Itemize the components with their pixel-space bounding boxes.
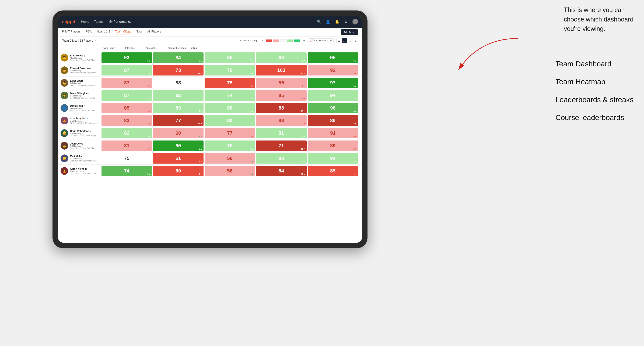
player-info: 👴Matt Miller6-10 HandicapWoburn Golf Clu… [58,155,102,162]
score-change: 6▲ [199,60,202,62]
score-change: 2▲ [250,148,254,150]
player-club: Woburn Golf Club, United Kingdom [70,160,98,162]
down-arrow-icon: ▼ [303,110,305,112]
view-grid-icon[interactable]: ☰ [336,38,341,43]
score-cell: 10315▲ [256,65,306,75]
table-row[interactable]: 👱Chris Robertson ✓1-5 HandicapCraigmilla… [58,127,362,140]
change-value: 4 [199,98,200,100]
table-row[interactable]: 🧔Dave Billingham1-5 HandicapGog Magog Go… [58,89,362,102]
table-row[interactable]: 👨Edward Crossman1-5 HandicapSunningdale … [58,64,362,77]
table-row[interactable]: 🧑Blair McHargPlus HandicapRoyal North De… [58,51,362,64]
score-value: 88 [176,80,181,86]
score-value: 81 [278,130,284,136]
change-value: 3 [250,110,252,112]
col-header-approach[interactable]: Approach ▾ [146,47,166,49]
sort-arrow-green: ▾ [186,47,187,49]
player-club: Sunningdale Golf Club, United Kingdom [70,72,98,74]
up-arrow-icon: ▲ [252,110,254,112]
view-chart-icon[interactable]: ☉ [348,38,352,43]
edit-icon[interactable]: ✎ [94,39,96,42]
table-row[interactable]: 👤David Ford ✓Plus HandicapRoyal North De… [58,102,362,114]
avatar: 🧒 [60,142,68,150]
score-change: 15▲ [301,72,305,74]
change-value: 3 [147,123,148,125]
change-value: 3 [250,85,252,87]
score-cell: 814▲ [256,128,306,138]
score-cell: 773▼ [204,128,255,138]
change-value: 3 [147,110,148,112]
score-value: 61 [176,156,181,161]
up-arrow-icon: ▲ [252,173,254,175]
add-team-button[interactable]: Add Team [341,29,358,35]
sub-nav-pgat[interactable]: PGAT Players [62,30,80,34]
change-value: 2 [302,161,303,163]
verified-icon: ✓ [86,117,88,120]
change-value: 3 [354,135,354,137]
view-download-icon[interactable]: ⇓ [353,38,358,43]
view-icons: ☰ ☷ ☉ ⇓ [336,38,358,43]
score-value: 92 [330,67,336,73]
dashboard-label-leaderboards: Leaderboards & streaks [556,92,634,108]
score-cells: 75613▼584▲882▼943▲ [102,153,358,164]
sub-nav-all-players[interactable]: All Players [147,30,161,34]
bell-icon[interactable]: 🔔 [334,19,340,24]
table-row[interactable]: 🙍Aaron Nicholls11-15 HandicapDrift Golf … [58,165,362,177]
annotation-text: This is where you can choose which dashb… [564,5,634,33]
up-arrow-icon: ▲ [252,98,254,100]
change-value: 6 [302,85,303,87]
score-cell: 8310▼ [256,103,306,113]
sub-nav-hcaps[interactable]: Hcaps 1-5 [96,30,110,34]
col-header-off-tee[interactable]: Off the Tee ▾ [124,47,144,49]
player-info: 🙍Aaron Nicholls11-15 HandicapDrift Golf … [58,167,102,175]
nav-link-home[interactable]: Home [81,20,90,23]
col-header-player-quality[interactable]: Player Quality ▾ [102,47,122,49]
avatar[interactable] [352,19,358,24]
score-value: 87 [124,67,130,73]
score-cells: 873▼88753▼866▼975▲ [102,78,358,88]
down-arrow-icon: ▼ [149,148,151,150]
table-row[interactable]: 👦Elliot Ebert1-5 HandicapSunningdale Gol… [58,77,362,89]
score-value: 93 [124,55,130,60]
score-cell: 854▼ [308,166,358,176]
dashboard-label-heatmap: Team Heatmap [556,74,634,90]
sub-nav-links: PGAT Players PGA Hcaps 1-5 Team Clippd T… [62,30,341,34]
change-value: 7 [199,110,200,112]
score-cell: 959▲ [308,52,358,63]
score-cell: 868▼ [308,115,358,126]
annotation-arrow [444,35,525,80]
sub-nav-team-clippd[interactable]: Team Clippd [115,30,132,34]
search-icon[interactable]: 🔍 [316,19,322,24]
col-header-putting[interactable]: Putting ▾ [190,47,211,49]
view-table-icon[interactable]: ☷ [342,38,347,43]
bar-negative [266,39,272,42]
nav-link-teams[interactable]: Teams [94,20,104,23]
up-arrow-icon: ▲ [303,135,305,137]
score-cells: 823▲602▲773▼814▲913▼ [102,128,358,138]
col-header-around-green[interactable]: Around the Green ▾ [168,47,189,49]
sub-nav-tour[interactable]: Tour [136,30,142,34]
settings-icon[interactable]: ⚙ [343,19,349,24]
last-rounds-button[interactable]: 📈 Last Rounds: 20 [308,38,334,43]
nav-link-my-performance[interactable]: My Performance [108,20,132,23]
player-info: 🧒Josh Coles1-5 HandicapRoyal North Devon… [58,142,102,150]
sort-arrow-putting: ▾ [198,47,198,49]
player-details: Charlie Quick ✓6-10 HandicapSt. George's… [70,117,102,124]
table-row[interactable]: 🙎Charlie Quick ✓6-10 HandicapSt. George'… [58,114,362,127]
up-arrow-icon: ▲ [355,60,357,62]
user-icon[interactable]: 👤 [325,19,331,24]
player-info: 👱Chris Robertson ✓1-5 HandicapCraigmilla… [58,129,102,137]
table-row[interactable]: 🧒Josh Coles1-5 HandicapRoyal North Devon… [58,140,362,152]
score-cell: 866▼ [256,78,306,88]
table-row[interactable]: 👴Matt Miller6-10 HandicapWoburn Golf Clu… [58,152,362,165]
score-value: 83 [278,105,284,111]
player-handicap: 11-15 Handicap [70,170,102,172]
dashboard-label-team: Team Dashboard [556,56,634,72]
change-value: 2 [354,148,354,150]
verified-icon: ✓ [83,105,85,107]
score-cell: 753▼ [204,78,255,88]
sub-nav-pga[interactable]: PGA [86,30,92,34]
change-value: 11 [198,72,200,74]
nav-links: Home Teams My Performance [81,20,316,23]
score-value: 96 [330,105,336,111]
col-headers-inner: Player Quality ▾ Off the Tee ▾ Approach … [102,47,358,49]
